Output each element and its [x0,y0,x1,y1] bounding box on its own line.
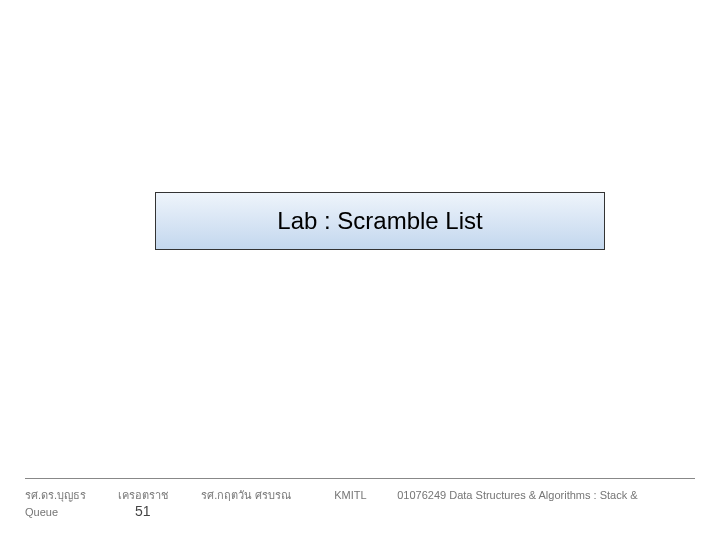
slide-title: Lab : Scramble List [277,207,482,235]
page-number: 51 [135,503,151,519]
slide: Lab : Scramble List รศ.ดร.บุญธร เครอตราช… [0,0,720,540]
footer-course: 01076249 Data Structures & Algorithms : … [397,489,637,501]
footer-row: รศ.ดร.บุญธร เครอตราช รศ.กฤตวัน ศรบรณ KMI… [25,486,695,504]
footer-divider [25,478,695,479]
footer-author3: รศ.กฤตวัน ศรบรณ [201,486,331,504]
title-box: Lab : Scramble List [155,192,605,250]
footer-line2: Queue [25,506,58,518]
footer-author1: รศ.ดร.บุญธร [25,486,115,504]
footer-author2: เครอตราช [118,486,198,504]
footer-institution: KMITL [334,489,394,501]
